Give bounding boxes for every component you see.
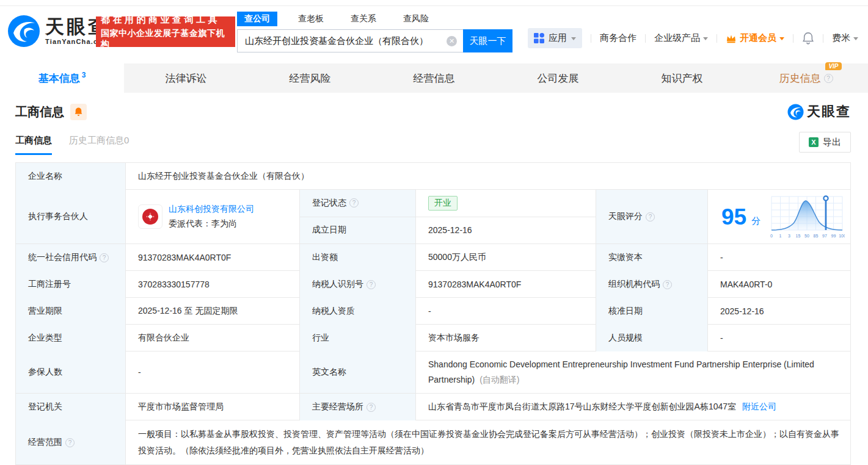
enterprise-label: 企业级产品: [654, 32, 700, 44]
notification-bell-icon[interactable]: [802, 32, 814, 45]
user-menu[interactable]: 费米: [832, 32, 858, 44]
tianyancha-logo[interactable]: 天眼查 TianYanCha.com: [7, 15, 109, 48]
establish-date-value: 2025-12-16: [416, 217, 596, 244]
score-value: 95: [721, 206, 746, 228]
table-row: 参保人数 - 英文名称 Shandong Economic Developmen…: [16, 351, 850, 394]
insured-count-value: -: [126, 351, 300, 393]
search-tab-relation[interactable]: 查关系: [345, 12, 382, 26]
auto-translate-note: (自动翻译): [480, 375, 519, 384]
svg-text:3: 3: [788, 234, 790, 238]
help-icon[interactable]: ?: [824, 74, 833, 83]
divider: [793, 34, 793, 43]
help-icon[interactable]: ?: [646, 212, 655, 222]
label-text: 经营范围: [28, 437, 62, 448]
field-label: 纳税人识别号 ?: [300, 271, 416, 298]
help-icon[interactable]: ?: [367, 403, 376, 412]
search-tab-boss[interactable]: 查老板: [292, 12, 330, 26]
divider: [591, 34, 591, 43]
help-icon[interactable]: ?: [663, 280, 672, 289]
tab-operation-risk[interactable]: 经营风险: [248, 63, 372, 93]
svg-text:50: 50: [804, 234, 809, 238]
tianyancha-logo-icon: [7, 15, 40, 48]
partner-company-logo[interactable]: [138, 204, 162, 229]
tab-label: 知识产权: [662, 71, 703, 85]
field-label: 工商注册号: [16, 271, 126, 298]
score-distribution-chart: 0 1 3 15 50 85 97 99 100: [769, 194, 845, 239]
tab-legal-litigation[interactable]: 法律诉讼: [124, 63, 248, 93]
menu-cooperation[interactable]: 商务合作: [600, 32, 636, 44]
help-icon[interactable]: ?: [349, 198, 359, 207]
credit-code-value: 91370283MAK4A0RT0F: [126, 244, 300, 271]
search-tab-company[interactable]: 查公司: [237, 12, 277, 26]
paid-capital-value: -: [708, 244, 850, 271]
approval-date-value: 2025-12-16: [708, 298, 850, 325]
help-icon[interactable]: ?: [100, 253, 109, 262]
search-input[interactable]: [238, 30, 463, 52]
score-cell: 95 分: [708, 190, 850, 243]
reg-number-value: 370283330157778: [126, 271, 300, 298]
subscribe-bell-chip[interactable]: [70, 104, 87, 120]
table-row: 统一社会信用代码 ? 91370283MAK4A0RT0F 出资额 50000万…: [16, 244, 850, 271]
search-button[interactable]: 天眼一下: [463, 29, 512, 52]
svg-text:15: 15: [796, 234, 801, 238]
field-label: 出资额: [300, 244, 416, 271]
tab-operation-info[interactable]: 经营信息: [372, 63, 496, 93]
tab-intellectual-property[interactable]: 知识产权: [620, 63, 744, 93]
menu-open-vip[interactable]: 开通会员: [726, 32, 784, 44]
field-label: 组织机构代码 ?: [596, 271, 708, 298]
subtab-history-business-info[interactable]: 历史工商信息0: [69, 135, 129, 155]
label-text: 主要经营场所: [312, 402, 363, 413]
partner-cell: 山东科创投资有限公司 委派代表：李为尚: [126, 190, 300, 243]
page-top-divider: [0, 0, 868, 6]
field-label: 登记状态 ?: [300, 190, 416, 217]
score-unit: 分: [751, 215, 760, 227]
section-header: 工商信息 天眼查: [15, 103, 851, 121]
subtab-business-info[interactable]: 工商信息: [15, 135, 52, 155]
label-text: 天眼评分: [608, 211, 643, 222]
svg-text:85: 85: [814, 234, 819, 238]
tab-history-info[interactable]: 历史信息 VIP ?: [744, 63, 868, 93]
tab-company-development[interactable]: 公司发展: [496, 63, 620, 93]
tab-basic-info[interactable]: 基本信息 3: [0, 63, 124, 93]
help-icon[interactable]: ?: [65, 438, 75, 447]
reg-authority-value: 平度市市场监督管理局: [126, 394, 300, 420]
field-label: 登记机关: [16, 394, 126, 420]
table-row: 执行事务合伙人 山东科创投资有限公司 委派代表：李为尚 登记状态 ?: [16, 190, 850, 244]
field-label: 纳税人资质: [300, 298, 416, 325]
apps-menu[interactable]: 应用: [528, 28, 582, 48]
top-menu: 应用 商务合作 企业级产品 开通会员 费米: [528, 28, 858, 48]
business-scope-value: 一般项目：以私募基金从事股权投资、投资管理、资产管理等活动（须在中国证券投资基金…: [126, 420, 850, 464]
english-name-cell: Shandong Economic Development Entreprene…: [416, 351, 850, 393]
tab-label: 公司发展: [538, 71, 579, 85]
svg-text:97: 97: [822, 234, 827, 238]
divider: [823, 34, 823, 43]
company-emblem-icon: [140, 207, 160, 226]
company-name-value: 山东经开创业投资基金合伙企业（有限合伙）: [126, 163, 850, 190]
search-tab-risk[interactable]: 查风险: [397, 12, 435, 26]
help-icon[interactable]: ?: [367, 280, 376, 289]
banner-line1: 都在用的商业查询工具: [101, 14, 230, 26]
menu-enterprise-products[interactable]: 企业级产品: [654, 32, 708, 44]
svg-text:100: 100: [839, 234, 845, 238]
field-label: 天眼评分 ?: [596, 190, 708, 243]
divider: [717, 34, 717, 43]
vip-label: 开通会员: [740, 32, 776, 44]
score-marker-pin: [824, 196, 828, 200]
export-button[interactable]: X 导出: [799, 132, 851, 153]
clear-search-icon[interactable]: ✕: [447, 36, 457, 46]
search-block: 查公司 查老板 查关系 查风险 ✕ 天眼一下: [237, 11, 513, 52]
site-header: 天眼查 TianYanCha.com 都在用的商业查询工具 国家中小企业发展子基…: [0, 6, 868, 57]
partner-representative: 委派代表：李为尚: [169, 218, 254, 229]
field-label: 成立日期: [300, 217, 416, 244]
label-text: 登记状态: [312, 198, 346, 209]
svg-text:1: 1: [779, 234, 782, 238]
table-row: 企业名称 山东经开创业投资基金合伙企业（有限合伙）: [16, 163, 850, 190]
partner-company-link[interactable]: 山东科创投资有限公司: [169, 204, 254, 215]
tianyancha-logo-icon: [787, 104, 804, 120]
crown-icon: [726, 34, 737, 43]
excel-icon: X: [809, 137, 819, 147]
nearby-companies-link[interactable]: 附近公司: [742, 402, 776, 413]
company-type-value: 有限合伙企业: [126, 325, 300, 351]
field-label: 经营范围 ?: [16, 420, 126, 464]
status-date-column: 登记状态 ? 开业 成立日期 2025-12-16: [300, 190, 596, 243]
